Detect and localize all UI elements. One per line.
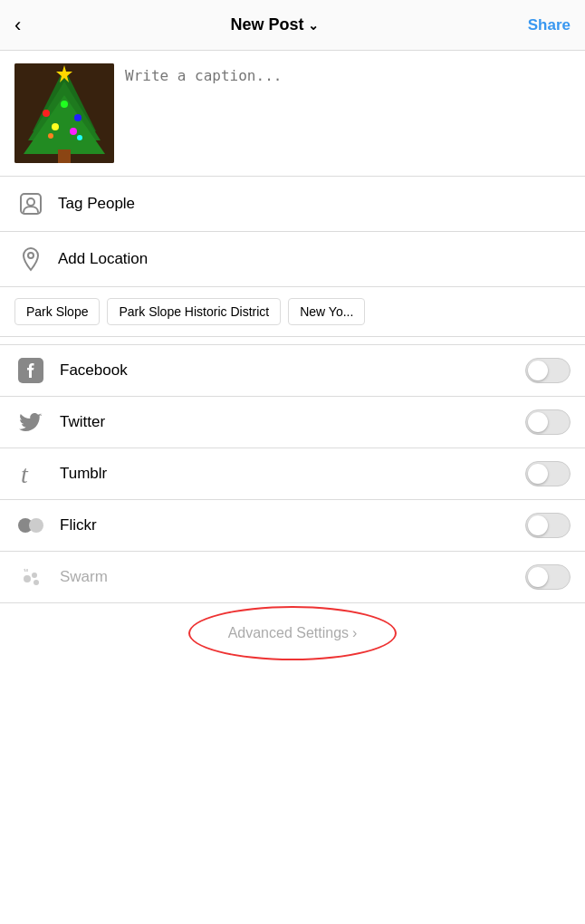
svg-point-7 — [61, 101, 68, 108]
location-chip-0[interactable]: Park Slope — [14, 298, 100, 325]
header: ‹ New Post ⌄ Share — [0, 0, 585, 51]
back-button[interactable]: ‹ — [14, 15, 21, 35]
share-button[interactable]: Share — [528, 16, 571, 34]
svg-point-16 — [28, 253, 34, 258]
tumblr-row[interactable]: t Tumblr — [0, 448, 585, 500]
svg-point-6 — [43, 110, 50, 117]
svg-rect-5 — [58, 149, 71, 163]
swarm-toggle-knob — [528, 567, 548, 587]
add-location-row[interactable]: Add Location — [0, 232, 585, 287]
facebook-toggle-knob — [528, 361, 548, 380]
tumblr-toggle[interactable] — [525, 461, 571, 486]
header-title: New Post ⌄ — [231, 15, 319, 34]
tumblr-label: Tumblr — [60, 465, 525, 483]
svg-point-21 — [24, 575, 31, 582]
advanced-settings-label: Advanced Settings — [228, 625, 349, 641]
svg-point-23 — [34, 580, 39, 585]
tag-people-label: Tag People — [58, 195, 135, 213]
social-sharing-section: Facebook Twitter t Tumblr — [0, 344, 585, 603]
svg-point-22 — [32, 573, 37, 578]
svg-point-15 — [27, 198, 34, 206]
swarm-icon — [14, 564, 47, 590]
facebook-toggle[interactable] — [525, 358, 571, 383]
facebook-label: Facebook — [60, 361, 525, 380]
location-icon — [14, 246, 47, 272]
location-chip-2[interactable]: New Yo... — [288, 298, 365, 325]
tag-people-row[interactable]: Tag People — [0, 177, 585, 232]
facebook-row[interactable]: Facebook — [0, 345, 585, 397]
swarm-toggle — [525, 564, 571, 590]
advanced-settings-container: Advanced Settings › — [0, 603, 585, 663]
twitter-label: Twitter — [60, 413, 525, 431]
advanced-settings-chevron: › — [352, 625, 357, 641]
tumblr-icon: t — [14, 461, 47, 486]
caption-input[interactable] — [125, 63, 571, 154]
twitter-row[interactable]: Twitter — [0, 397, 585, 448]
svg-text:t: t — [21, 461, 29, 486]
flickr-icon — [14, 516, 47, 534]
svg-point-20 — [29, 518, 43, 533]
facebook-icon — [14, 358, 47, 383]
tag-people-icon — [14, 191, 47, 217]
tumblr-toggle-knob — [528, 464, 548, 484]
caption-area — [0, 51, 585, 177]
svg-point-12 — [77, 135, 82, 140]
flickr-toggle-knob — [528, 515, 548, 535]
flickr-toggle[interactable] — [525, 513, 571, 538]
svg-point-8 — [74, 114, 82, 121]
twitter-toggle-knob — [528, 412, 548, 432]
header-chevron[interactable]: ⌄ — [308, 18, 319, 33]
svg-point-9 — [52, 123, 59, 130]
add-location-label: Add Location — [58, 250, 148, 268]
twitter-icon — [14, 409, 47, 435]
flickr-label: Flickr — [60, 516, 525, 534]
swarm-label: Swarm — [60, 568, 525, 586]
post-image-thumbnail — [14, 63, 114, 163]
advanced-settings-button[interactable]: Advanced Settings › — [228, 625, 358, 641]
svg-point-10 — [70, 128, 77, 135]
swarm-row: Swarm — [0, 552, 585, 603]
svg-line-25 — [24, 569, 25, 572]
svg-point-11 — [48, 133, 53, 139]
header-title-text: New Post — [231, 15, 304, 34]
location-chips-container: Park Slope Park Slope Historic District … — [0, 287, 585, 337]
location-chip-1[interactable]: Park Slope Historic District — [107, 298, 281, 325]
twitter-toggle[interactable] — [525, 409, 571, 435]
flickr-row[interactable]: Flickr — [0, 500, 585, 552]
